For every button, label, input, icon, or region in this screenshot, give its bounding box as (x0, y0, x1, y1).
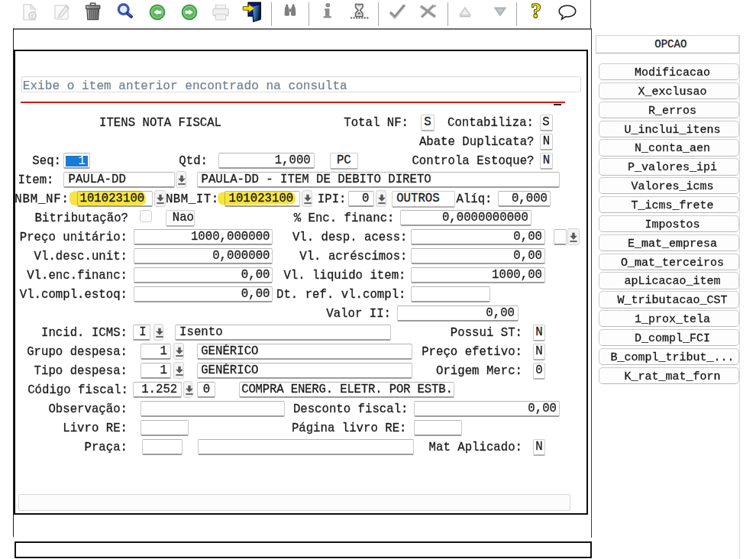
svg-text:?: ? (531, 1, 541, 21)
